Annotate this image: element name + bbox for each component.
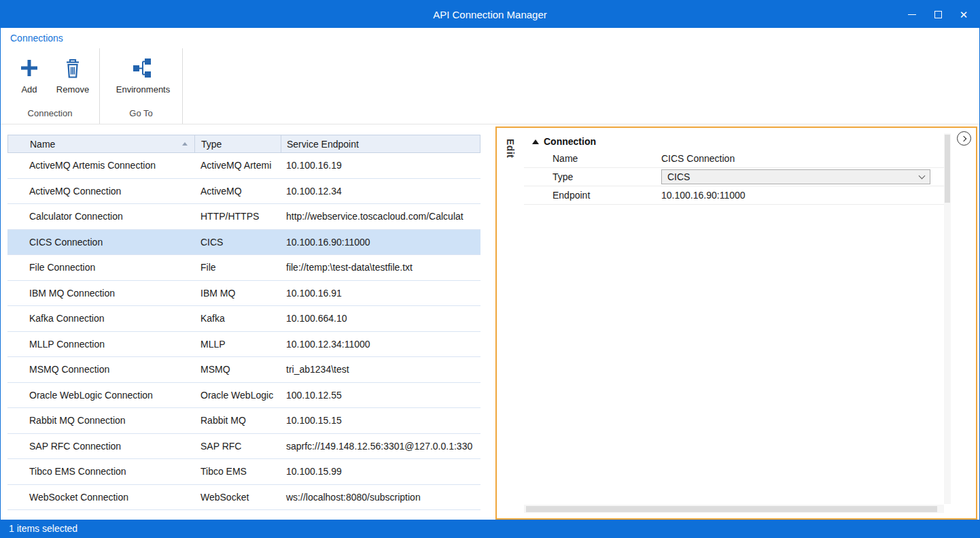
vertical-scrollbar[interactable] <box>944 133 951 504</box>
cell-name: Calculator Connection <box>7 211 194 222</box>
cell-endpoint: 10.100.16.19 <box>281 160 480 171</box>
cell-name: Tibco EMS Connection <box>7 466 194 477</box>
close-button[interactable]: ✕ <box>951 1 977 28</box>
cell-endpoint: 10.100.15.99 <box>281 466 480 477</box>
cell-endpoint: 10.100.664.10 <box>281 313 480 324</box>
column-header-type[interactable]: Type <box>195 135 281 152</box>
column-header-endpoint[interactable]: Service Endpoint <box>281 135 480 152</box>
cell-name: File Connection <box>7 262 194 273</box>
cell-endpoint: file://temp:\test-data\testfile.txt <box>281 262 480 273</box>
field-row-endpoint: Endpoint 10.100.16.90:11000 <box>524 186 944 205</box>
environments-button-label: Environments <box>116 84 170 95</box>
environments-diagram-icon <box>132 55 155 81</box>
chevron-right-icon <box>960 135 966 141</box>
cell-endpoint: 10.100.16.90:11000 <box>281 237 480 248</box>
cell-name: MLLP Connection <box>7 339 194 350</box>
table-row[interactable]: WebSocket ConnectionWebSocketws://localh… <box>7 485 480 511</box>
main-area: Name Type Service Endpoint ActiveMQ Arte… <box>1 124 979 520</box>
add-button[interactable]: Add <box>7 52 51 95</box>
horizontal-scrollbar-thumb[interactable] <box>526 506 937 512</box>
trash-icon <box>63 55 83 81</box>
cell-name: ActiveMQ Connection <box>7 186 194 197</box>
window-controls: ✕ <box>899 1 977 28</box>
table-row[interactable]: Kafka ConnectionKafka10.100.664.10 <box>7 306 480 332</box>
cell-name: Oracle WebLogic Connection <box>7 390 194 401</box>
table-row[interactable]: ActiveMQ Artemis ConnectionActiveMQ Arte… <box>7 153 480 179</box>
tab-connections[interactable]: Connections <box>10 33 63 44</box>
sort-ascending-icon <box>182 142 188 146</box>
group-label-goto: Go To <box>100 106 182 124</box>
cell-name: Kafka Connection <box>7 313 194 324</box>
endpoint-field-label: Endpoint <box>524 190 660 201</box>
cell-name: SAP RFC Connection <box>7 441 194 452</box>
minimize-icon <box>908 14 916 15</box>
type-dropdown-value: CICS <box>667 171 920 182</box>
column-header-type-label: Type <box>201 139 222 150</box>
table-row[interactable]: Calculator ConnectionHTTP/HTTPShttp://we… <box>7 204 480 230</box>
panel-collapse-button[interactable] <box>957 131 971 146</box>
cell-endpoint: http://webservice.toscacloud.com/Calcula… <box>281 211 480 222</box>
maximize-button[interactable] <box>925 1 951 28</box>
cell-endpoint: saprfc://149.148.12.56:3301@127.0.0.1:33… <box>281 441 480 452</box>
cell-endpoint: 10.100.12.34:11000 <box>281 339 480 350</box>
close-icon: ✕ <box>960 10 968 20</box>
horizontal-scrollbar[interactable] <box>524 505 944 513</box>
maximize-icon <box>934 11 942 18</box>
edit-panel-tab-label: Edit <box>505 139 516 518</box>
name-field-value[interactable]: CICS Connection <box>660 153 944 164</box>
vertical-scrollbar-thumb[interactable] <box>945 135 950 203</box>
chevron-down-icon <box>919 172 926 179</box>
endpoint-field-value[interactable]: 10.100.16.90:11000 <box>660 190 944 201</box>
toolbar-group-connection: Add Remove Connection <box>1 48 100 124</box>
type-field-value-wrap: CICS <box>660 169 944 184</box>
collapse-triangle-icon <box>532 139 539 144</box>
cell-type: MLLP <box>194 339 281 350</box>
edit-panel-tab[interactable]: Edit <box>497 128 524 518</box>
table-row[interactable]: SAP RFC ConnectionSAP RFCsaprfc://149.14… <box>7 434 480 460</box>
cell-type: WebSocket <box>194 492 281 503</box>
cell-endpoint: 10.100.16.91 <box>281 288 480 299</box>
remove-button[interactable]: Remove <box>51 52 94 95</box>
column-header-name-label: Name <box>30 139 55 150</box>
window-title: API Connection Manager <box>1 9 979 20</box>
cell-type: Kafka <box>194 313 281 324</box>
cell-type: ActiveMQ <box>194 186 281 197</box>
group-label-connection: Connection <box>1 106 99 124</box>
cell-endpoint: ws://localhost:8080/subscription <box>281 492 480 503</box>
table-row[interactable]: IBM MQ ConnectionIBM MQ10.100.16.91 <box>7 281 480 307</box>
table-row[interactable]: Tibco EMS ConnectionTibco EMS10.100.15.9… <box>7 459 480 485</box>
cell-name: CICS Connection <box>7 237 194 248</box>
table-row[interactable]: MSMQ ConnectionMSMQtri_ab1234\test <box>7 357 480 383</box>
edit-panel: Edit Connection Name CICS Connection Typ… <box>495 127 977 520</box>
cell-name: IBM MQ Connection <box>7 288 194 299</box>
table-row[interactable]: CICS ConnectionCICS10.100.16.90:11000 <box>7 230 480 256</box>
remove-button-label: Remove <box>56 84 89 95</box>
table-row[interactable]: Oracle WebLogic ConnectionOracle WebLogi… <box>7 383 480 409</box>
cell-name: Rabbit MQ Connection <box>7 415 194 426</box>
table-row[interactable]: ActiveMQ ConnectionActiveMQ10.100.12.34 <box>7 179 480 205</box>
cell-type: Tibco EMS <box>194 466 281 477</box>
cell-name: WebSocket Connection <box>7 492 194 503</box>
add-button-label: Add <box>21 84 37 95</box>
cell-type: Rabbit MQ <box>194 415 281 426</box>
cell-name: ActiveMQ Artemis Connection <box>7 160 194 171</box>
cell-type: SAP RFC <box>194 441 281 452</box>
type-dropdown[interactable]: CICS <box>661 169 930 184</box>
table-row[interactable]: MLLP ConnectionMLLP10.100.12.34:11000 <box>7 332 480 358</box>
connection-group-header[interactable]: Connection <box>524 133 951 150</box>
cell-type: MSMQ <box>194 364 281 375</box>
property-fields: Name CICS Connection Type CICS <box>524 150 944 205</box>
grid-header: Name Type Service Endpoint <box>7 135 480 153</box>
status-bar: 1 items selected <box>1 520 979 537</box>
cell-type: Oracle WebLogic <box>194 390 281 401</box>
ribbon-toolbar: Add Remove Connection <box>1 48 979 124</box>
environments-button[interactable]: Environments <box>109 52 177 95</box>
cell-type: File <box>194 262 281 273</box>
cell-endpoint: 100.10.12.55 <box>281 390 480 401</box>
table-row[interactable]: File ConnectionFilefile://temp:\test-dat… <box>7 255 480 281</box>
table-row[interactable]: Rabbit MQ ConnectionRabbit MQ10.100.15.1… <box>7 408 480 434</box>
name-field-label: Name <box>524 153 660 164</box>
column-header-name[interactable]: Name <box>8 135 195 152</box>
minimize-button[interactable] <box>899 1 925 28</box>
add-plus-icon <box>19 55 39 81</box>
